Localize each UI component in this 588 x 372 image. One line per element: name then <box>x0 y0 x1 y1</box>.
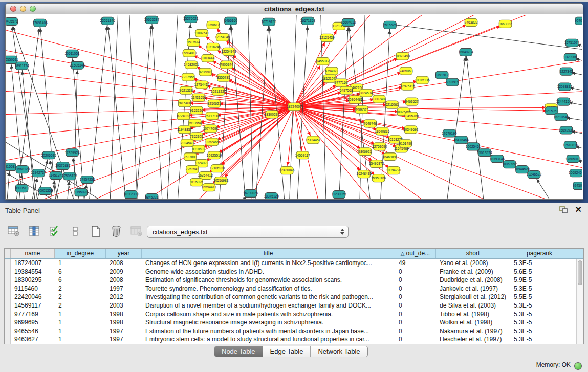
graph-node[interactable]: 16944520 <box>514 166 530 173</box>
graph-node[interactable]: 8103444 <box>201 54 214 62</box>
table-cell[interactable]: 1997 <box>106 285 142 293</box>
graph-node[interactable]: 20511051 <box>65 50 80 57</box>
table-cell[interactable]: 18724007 <box>11 259 55 268</box>
table-row[interactable]: 977716911998Corpus callosum shape and si… <box>5 310 576 319</box>
graph-node[interactable]: 19246522 <box>527 171 542 179</box>
graph-node[interactable]: 8250621 <box>208 100 221 107</box>
table-cell[interactable]: 1 <box>55 259 106 268</box>
table-cell[interactable]: 9115460 <box>11 285 55 293</box>
graph-node[interactable]: 21505346 <box>70 61 85 69</box>
graph-node[interactable]: 10213227 <box>211 87 226 95</box>
table-cell[interactable]: 0 <box>395 327 436 336</box>
table-cell[interactable]: Jankovic et al. (1997) <box>436 285 510 293</box>
table-cell[interactable]: 0 <box>395 301 436 310</box>
graph-node[interactable]: 12505135 <box>62 172 77 180</box>
graph-node[interactable]: 14582001 <box>184 61 199 69</box>
column-header-title[interactable]: title <box>142 249 395 258</box>
graph-node[interactable]: 20364486 <box>347 96 363 103</box>
table-cell[interactable]: Investigating the contribution of common… <box>142 293 395 301</box>
graph-node[interactable]: 22051346 <box>100 17 115 25</box>
table-cell[interactable]: 22420046 <box>11 293 55 301</box>
table-cell[interactable]: 0 <box>395 276 436 285</box>
table-cell[interactable]: 18300295 <box>11 276 55 285</box>
tab-edge-table[interactable]: Edge Table <box>263 346 311 357</box>
graph-node[interactable]: 15959166 <box>371 174 386 182</box>
delete-table-disabled-icon[interactable] <box>130 225 143 238</box>
table-cell[interactable]: 0 <box>395 268 436 276</box>
table-row[interactable]: 1456911722003Disruption of a novel membe… <box>5 301 576 310</box>
graph-node[interactable]: 10025461 <box>466 143 481 150</box>
graph-node[interactable]: 7485063 <box>400 67 413 75</box>
table-cell[interactable]: Changes of HCN gene expression and I(f) … <box>142 259 395 268</box>
table-cell[interactable]: Tourette syndrome. Phenomenology and cla… <box>142 285 395 293</box>
graph-node[interactable]: 6794072 <box>325 67 338 75</box>
rows-mode-icon[interactable] <box>69 225 82 238</box>
graph-node[interactable]: 12444154 <box>556 98 572 105</box>
graph-node[interactable]: 12975115 <box>400 82 415 90</box>
graph-node[interactable]: 8724022 <box>177 112 190 120</box>
graph-node[interactable]: 22420046 <box>279 167 295 174</box>
graph-node[interactable]: 10905355 <box>38 187 53 195</box>
table-row[interactable]: 946362711997Embryonic stem cells: a mode… <box>5 335 576 344</box>
graph-node[interactable]: 11431656 <box>191 94 206 101</box>
graph-node[interactable]: 17691406 <box>32 19 48 27</box>
graph-node[interactable]: 9806921 <box>358 148 372 156</box>
graph-node[interactable]: 9151490 <box>399 140 412 147</box>
graph-node[interactable]: 9195025 <box>190 179 203 186</box>
table-cell[interactable]: 2008 <box>106 259 142 268</box>
table-cell[interactable]: 1 <box>55 310 106 319</box>
table-cell[interactable]: 5.3E-5 <box>510 318 569 327</box>
table-cell[interactable]: 5.3E-5 <box>510 310 569 319</box>
graph-node[interactable]: 10112390 <box>123 191 138 199</box>
column-visibility-icon[interactable] <box>28 225 41 238</box>
network-canvas[interactable]: 8250612110075411215494995075741071624512… <box>6 15 582 199</box>
create-column-icon[interactable] <box>89 225 102 238</box>
graph-node[interactable]: 18375120 <box>264 193 279 199</box>
tab-node-table[interactable]: Node Table <box>214 346 263 357</box>
table-cell[interactable]: 1 <box>55 335 106 344</box>
table-cell[interactable]: Wolkin et al. (1998) <box>436 318 510 327</box>
graph-node[interactable]: 12753090 <box>372 143 387 150</box>
graph-node[interactable]: 9405571 <box>6 17 18 25</box>
graph-node[interactable]: 12154949 <box>215 33 230 41</box>
table-cell[interactable]: 1 <box>55 318 106 327</box>
graph-node[interactable]: 7513954 <box>188 119 202 127</box>
graph-node[interactable]: 10349692 <box>403 126 419 134</box>
table-cell[interactable]: 49 <box>395 259 436 268</box>
table-cell[interactable]: 6 <box>55 276 106 285</box>
table-cell[interactable]: 19384554 <box>11 268 55 276</box>
graph-node[interactable]: 17957253 <box>80 176 95 184</box>
table-cell[interactable]: Structural magnetic resonance image aver… <box>142 318 395 327</box>
graph-node[interactable]: 7515526 <box>383 21 397 29</box>
graph-node[interactable]: 16648784 <box>459 48 474 56</box>
column-header-short[interactable]: short <box>436 249 510 258</box>
graph-node[interactable]: 11230055 <box>332 191 346 199</box>
table-cell[interactable]: 1997 <box>106 335 142 344</box>
table-row[interactable]: 946554611997Estimation of the future num… <box>5 327 576 336</box>
table-cell[interactable]: Genome-wide association studies in ADHD. <box>142 268 395 276</box>
table-cell[interactable]: 5.3E-5 <box>510 285 569 293</box>
table-cell[interactable]: Estimation of the future numbers of pati… <box>142 327 395 336</box>
graph-node[interactable]: 15751074 <box>564 39 580 47</box>
table-cell[interactable]: 0 <box>395 318 436 327</box>
graph-node[interactable]: 9455812 <box>316 57 330 65</box>
graph-node[interactable]: 10973493 <box>395 52 410 60</box>
table-cell[interactable]: 2 <box>55 293 106 301</box>
graph-node[interactable]: 18393145 <box>490 155 505 163</box>
graph-node[interactable]: 16604010 <box>182 49 197 57</box>
graph-node[interactable]: 8250612 <box>207 21 220 29</box>
table-cell[interactable]: Estimation of significance thresholds fo… <box>142 276 395 285</box>
graph-node[interactable]: 17679190 <box>442 129 457 137</box>
graph-node[interactable]: 10692454 <box>569 169 582 177</box>
table-cell[interactable]: 9465546 <box>11 327 55 336</box>
table-row[interactable]: 911546021997Tourette syndrome. Phenomeno… <box>5 285 576 293</box>
table-cell[interactable]: 5.3E-5 <box>510 327 569 336</box>
graph-node[interactable]: 15692931 <box>559 126 574 134</box>
graph-node[interactable]: 6216061 <box>385 101 399 108</box>
table-row[interactable]: 1938455462009Genome-wide association stu… <box>5 268 576 276</box>
graph-node[interactable]: 9070005 <box>575 17 582 25</box>
table-cell[interactable]: Nakamura et al. (1997) <box>436 327 510 336</box>
graph-node[interactable]: 10747094 <box>203 125 219 133</box>
graph-node[interactable]: 10556983 <box>213 177 229 185</box>
graph-node[interactable]: 17605013 <box>565 155 581 163</box>
